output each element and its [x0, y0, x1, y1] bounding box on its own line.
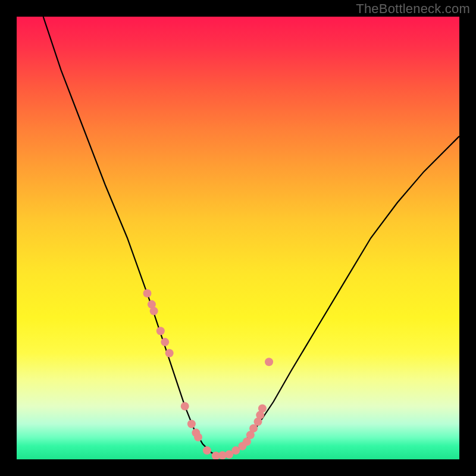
- chart-frame: TheBottleneck.com: [0, 0, 476, 476]
- watermark-text: TheBottleneck.com: [356, 1, 470, 17]
- plot-area: [17, 17, 459, 459]
- marker-point: [181, 402, 189, 411]
- marker-point: [258, 404, 267, 412]
- marker-point: [165, 349, 174, 357]
- marker-point: [203, 446, 211, 455]
- chart-svg: [17, 17, 459, 459]
- marker-point: [150, 307, 158, 315]
- marker-point: [156, 327, 165, 335]
- marker-point: [143, 289, 151, 298]
- marker-point: [161, 338, 169, 346]
- marker-point: [194, 433, 202, 441]
- highlighted-points: [143, 289, 273, 459]
- marker-point: [187, 419, 196, 428]
- bottleneck-curve: [43, 17, 459, 456]
- marker-point: [265, 358, 273, 366]
